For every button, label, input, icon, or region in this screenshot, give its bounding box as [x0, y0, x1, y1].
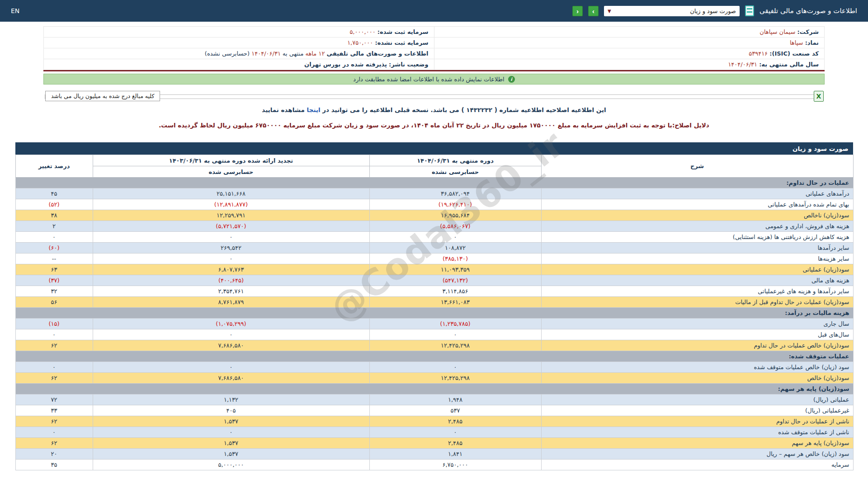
statement-select-dropdown[interactable]: صورت سود و زیان ▼ — [604, 6, 740, 16]
statement-row: غیرعملیاتی (ریال)۵۳۷۴۰۵۳۳ — [15, 405, 853, 416]
value-prior-period: ۱,۱۳۲ — [93, 394, 369, 405]
income-statement-table: شرح دوره منتهی به ۱۴۰۴/۰۶/۳۱ تجدید ارائه… — [15, 155, 854, 470]
value-current-period: ۰ — [369, 427, 541, 438]
amounts-toolbar: کلیه مبالغ درج شده به میلیون ریال می باش… — [45, 94, 823, 99]
report-period-value: ۱۲ ماهه — [306, 50, 325, 57]
value-percent-change: (۱۵) — [15, 319, 93, 329]
statement-row: ناشی از عملیات متوقف شده۰۰۰ — [15, 427, 853, 438]
value-percent-change: ۳۲ — [15, 286, 93, 297]
section-header-row: عملیات در حال تداوم: — [15, 178, 853, 188]
correction-reason-text: دلایل اصلاح:با توجه به ثبت افزایش سرمایه… — [0, 122, 868, 129]
row-description: سود (زیان) خالص عملیات متوقف شده — [541, 362, 853, 373]
value-current-period: ۱۳,۶۶۱,۰۸۳ — [369, 297, 541, 308]
row-description: سود (زیان) خالص هر سهم – ریال — [541, 449, 853, 460]
col-header-percent-change: درصد تغییر — [15, 155, 93, 178]
statement-row: سال‌های قبل۰۰۰ — [15, 329, 853, 340]
value-prior-period: (۴۰۰,۶۴۵) — [93, 275, 369, 286]
section-header-label: هزینه مالیات بر درآمد: — [15, 308, 853, 319]
row-description: عملیاتی (ریال) — [541, 394, 853, 405]
value-prior-period: ۲۵,۱۵۱,۶۶۸ — [93, 188, 369, 199]
value-percent-change: ۵۶ — [15, 297, 93, 308]
row-description: غیرعملیاتی (ریال) — [541, 405, 853, 416]
statement-row: سود(زیان) پایه هر سهم۲,۴۸۵۱,۵۳۷۶۲ — [15, 438, 853, 449]
statement-row: درآمدهای عملیاتی۳۶,۵۸۲,۰۹۴۲۵,۱۵۱,۶۶۸۴۵ — [15, 188, 853, 199]
value-percent-change: ۶۲ — [15, 438, 93, 449]
col-subheader-prior-audit: حسابرسی شده — [93, 166, 369, 178]
value-percent-change: ۳۵ — [15, 460, 93, 470]
row-description: سود(زیان) خالص — [541, 373, 853, 384]
value-current-period: ۱,۹۴۸ — [369, 394, 541, 405]
next-statement-button[interactable]: › — [588, 6, 599, 16]
symbol-link[interactable]: سپاها — [790, 39, 803, 46]
value-prior-period: ۷,۶۸۶,۵۸۰ — [93, 340, 369, 351]
row-description: سود(زیان) عملیات در حال تداوم قبل از مال… — [541, 297, 853, 308]
col-header-description: شرح — [541, 155, 853, 178]
row-description: سود(زیان) خالص عملیات در حال تداوم — [541, 340, 853, 351]
value-prior-period: ۱,۵۳۷ — [93, 449, 369, 460]
statement-row: سود(زیان) عملیاتی۱۱,۰۹۳,۳۵۹۶,۸۰۷,۷۶۳۶۳ — [15, 264, 853, 275]
col-subheader-current-audit: حسابرسی نشده — [369, 166, 541, 178]
info-icon: i — [508, 76, 515, 83]
value-current-period: ۰ — [369, 362, 541, 373]
statement-row: بهای تمام شده درآمدهای عملیاتی(۱۹,۶۲۶,۴۱… — [15, 199, 853, 210]
value-prior-period: ۱,۵۳۷ — [93, 438, 369, 449]
row-description: سایر درآمدها — [541, 243, 853, 253]
value-current-period: ۱۱,۰۹۳,۳۵۹ — [369, 264, 541, 275]
unregistered-capital-value: ۱,۷۵۰,۰۰۰ — [347, 39, 373, 46]
statement-row: سود(زیان) عملیات در حال تداوم قبل از مال… — [15, 297, 853, 308]
value-current-period: ۱۶,۹۵۵,۶۸۴ — [369, 210, 541, 221]
value-percent-change: (۵۲) — [15, 199, 93, 210]
statement-row: ناشی از عملیات در حال تداوم۲,۴۸۵۱,۵۳۷۶۲ — [15, 416, 853, 427]
value-percent-change: ۰ — [15, 362, 93, 373]
value-prior-period: ۱,۵۳۷ — [93, 416, 369, 427]
row-description: هزینه های مالی — [541, 275, 853, 286]
excel-export-icon[interactable]: X — [814, 91, 824, 102]
section-header-label: عملیات متوقف شده: — [15, 351, 853, 362]
statement-tbody: عملیات در حال تداوم:درآمدهای عملیاتی۳۶,۵… — [15, 178, 853, 470]
value-prior-period: (۱۲,۸۹۱,۸۷۷) — [93, 199, 369, 210]
value-prior-period: ۰ — [93, 253, 369, 264]
statement-row: سایر درآمدها و هزینه های غیرعملیاتی۳,۱۱۴… — [15, 286, 853, 297]
language-switch-link[interactable]: EN — [11, 7, 19, 14]
row-description: ناشی از عملیات متوقف شده — [541, 427, 853, 438]
company-label: شرکت: — [797, 28, 819, 35]
signature-match-text: اطلاعات نمایش داده شده با اطلاعات امضا ش… — [353, 76, 504, 83]
value-prior-period: ۲,۳۵۴,۷۶۱ — [93, 286, 369, 297]
unregistered-capital-label: سرمایه ثبت نشده: — [375, 39, 428, 46]
value-current-period: (۱۹,۶۲۶,۴۱۰) — [369, 199, 541, 210]
previous-version-link[interactable]: اینجا — [307, 106, 321, 113]
company-name-link[interactable]: سیمان سپاهان — [760, 28, 795, 35]
registered-capital-label: سرمایه ثبت شده: — [377, 28, 429, 35]
row-description: هزینه های فروش، اداری و عمومی — [541, 221, 853, 232]
value-percent-change: ۰ — [15, 329, 93, 340]
value-percent-change: ۷۲ — [15, 394, 93, 405]
statement-header-row: شرح دوره منتهی به ۱۴۰۴/۰۶/۳۱ تجدید ارائه… — [15, 155, 853, 166]
issuer-status-value: پذیرفته شده در بورس تهران — [304, 61, 387, 68]
amendment-notice-text: این اطلاعیه اصلاحیه اطلاعیه شماره ( ۱۴۳۲… — [322, 106, 606, 113]
value-prior-period: (۵,۷۲۱,۵۷۰) — [93, 221, 369, 232]
statement-row: سود(زیان) خالص۱۲,۴۲۵,۲۹۸۷,۶۸۶,۵۸۰۶۲ — [15, 373, 853, 384]
issuer-status-label: وضعیت ناشر: — [389, 61, 428, 68]
statement-row: سود (زیان) خالص هر سهم – ریال۱,۸۴۱۱,۵۳۷۲… — [15, 449, 853, 460]
income-statement-section: @Codal360_ir صورت سود و زیان شرح دوره من… — [15, 142, 853, 470]
value-percent-change: ۲ — [15, 221, 93, 232]
prev-statement-button[interactable]: ‹ — [572, 6, 583, 16]
value-current-period: (۵,۵۸۶,۰۶۷) — [369, 221, 541, 232]
value-percent-change: (۶۰) — [15, 243, 93, 253]
value-current-period: ۲,۴۸۵ — [369, 438, 541, 449]
company-info-row: کد صنعت (ISIC): ۵۳۹۴۱۶ اطلاعات و صورت‌ها… — [44, 48, 825, 59]
value-percent-change: -- — [15, 253, 93, 264]
value-current-period: ۵۳۷ — [369, 405, 541, 416]
row-description: سرمایه — [541, 460, 853, 470]
value-prior-period: ۴۰۵ — [93, 405, 369, 416]
value-current-period: ۱۰۸,۸۷۲ — [369, 243, 541, 253]
top-navbar: EN اطلاعات و صورت‌های مالی تلفیقی صورت س… — [0, 0, 868, 22]
value-current-period: ۳,۱۱۴,۸۵۶ — [369, 286, 541, 297]
statement-row: هزینه کاهش ارزش دریافتنی ها (هزینه استثن… — [15, 232, 853, 243]
section-header-row: سود(زیان) پایه هر سهم: — [15, 384, 853, 394]
amendment-notice-suffix: مشاهده نمایید — [262, 106, 305, 113]
section-header-row: عملیات متوقف شده: — [15, 351, 853, 362]
statement-select-value: صورت سود و زیان — [690, 8, 736, 14]
section-header-label: عملیات در حال تداوم: — [15, 178, 853, 188]
statement-row: سود(زیان) خالص عملیات در حال تداوم۱۲,۴۲۵… — [15, 340, 853, 351]
